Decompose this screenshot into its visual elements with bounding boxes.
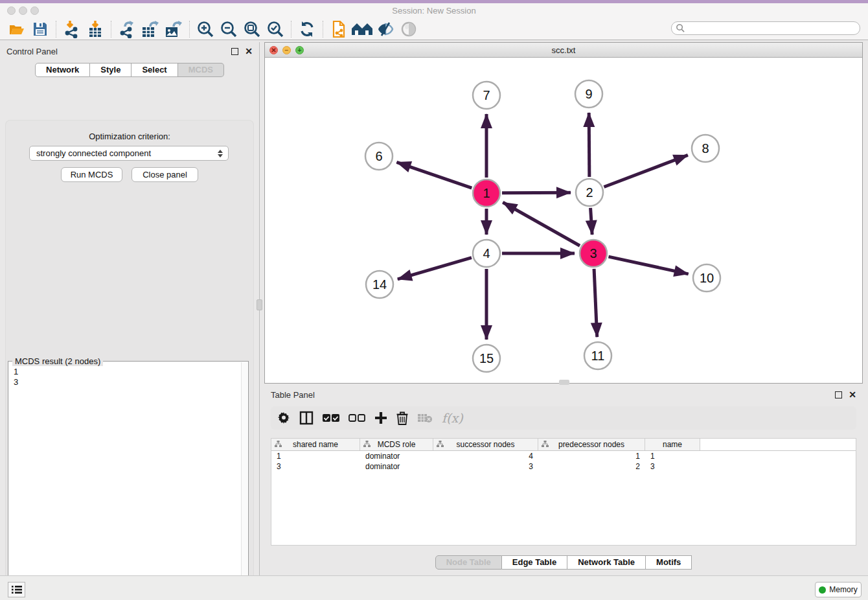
tab-node-table[interactable]: Node Table xyxy=(435,555,502,570)
import-table-button[interactable] xyxy=(84,19,107,39)
checked-boxes-icon xyxy=(323,413,339,422)
close-window-button[interactable] xyxy=(7,6,16,15)
zoom-selected-icon xyxy=(266,20,284,38)
tab-select[interactable]: Select xyxy=(131,63,177,77)
edge-2-9[interactable] xyxy=(589,113,589,177)
node-label-15: 15 xyxy=(479,351,494,365)
delete-table-button[interactable] xyxy=(417,413,433,423)
save-session-button[interactable] xyxy=(29,19,52,39)
add-row-button[interactable] xyxy=(374,411,387,424)
edge-2-8[interactable] xyxy=(604,155,687,187)
memory-status-icon xyxy=(819,586,826,594)
zoom-fit-button[interactable] xyxy=(240,19,264,39)
toolbar-separator xyxy=(323,21,323,38)
column-header-name[interactable]: name xyxy=(645,439,700,450)
node-table[interactable]: shared nameMCDS rolesuccessor nodesprede… xyxy=(271,438,856,546)
table-body: 1dominator4113dominator323 xyxy=(271,451,856,472)
node-label-8: 8 xyxy=(702,141,709,156)
tab-motifs[interactable]: Motifs xyxy=(646,555,692,570)
network-from-file-button[interactable] xyxy=(327,19,350,39)
zoom-out-button[interactable] xyxy=(217,19,240,39)
toolbar-separator xyxy=(56,21,56,38)
zoom-fit-icon xyxy=(243,20,261,38)
select-all-rows-button[interactable] xyxy=(323,413,339,422)
close-panel-button[interactable]: Close panel xyxy=(131,167,198,182)
hide-selection-button[interactable] xyxy=(374,19,397,39)
zoom-selected-button[interactable] xyxy=(264,19,287,39)
tab-network[interactable]: Network xyxy=(35,63,90,77)
column-label: name xyxy=(663,440,682,449)
task-history-button[interactable] xyxy=(8,582,25,597)
table-columns-button[interactable] xyxy=(299,411,314,425)
edge-1-6[interactable] xyxy=(396,162,472,188)
export-network-button[interactable] xyxy=(115,19,139,39)
table-row[interactable]: 3dominator323 xyxy=(271,461,856,472)
float-table-panel-icon[interactable] xyxy=(835,391,842,398)
column-label: shared name xyxy=(293,440,338,449)
minimize-window-button[interactable] xyxy=(19,6,27,15)
mcds-panel: Optimization criterion: strongly connect… xyxy=(5,120,254,600)
network-view-window: ✕ − + scc.txt 1234678910111415 xyxy=(264,42,863,384)
tab-style[interactable]: Style xyxy=(90,63,131,77)
network-window-titlebar[interactable]: ✕ − + scc.txt xyxy=(265,43,862,58)
result-scrollbar[interactable] xyxy=(241,362,247,600)
export-table-button[interactable] xyxy=(139,19,162,39)
function-builder-button[interactable]: f(x) xyxy=(442,411,463,425)
delete-row-button[interactable] xyxy=(396,411,408,425)
zoom-window-button[interactable] xyxy=(30,6,39,15)
apply-layout-button[interactable] xyxy=(295,19,319,39)
trash-icon xyxy=(396,411,408,425)
tab-edge-table[interactable]: Edge Table xyxy=(502,555,567,570)
table-cell: 3 xyxy=(271,461,360,472)
control-panel-tabs: NetworkStyleSelectMCDS xyxy=(0,63,259,77)
import-network-button[interactable] xyxy=(60,19,84,39)
unchecked-boxes-icon xyxy=(348,413,365,422)
network-graph-canvas[interactable]: 1234678910111415 xyxy=(265,58,862,383)
edge-3-10[interactable] xyxy=(608,257,688,274)
search-input[interactable] xyxy=(685,23,860,34)
open-session-button[interactable] xyxy=(5,19,29,39)
show-all-button[interactable] xyxy=(397,19,420,39)
export-image-icon xyxy=(165,20,183,38)
minimize-network-icon[interactable]: − xyxy=(282,46,291,54)
close-table-panel-icon[interactable]: ✕ xyxy=(849,391,856,398)
edge-2-3[interactable] xyxy=(591,208,593,235)
node-label-3: 3 xyxy=(589,246,597,260)
import-table-icon xyxy=(87,20,104,38)
table-settings-button[interactable] xyxy=(277,411,290,424)
column-header-predecessor-nodes[interactable]: predecessor nodes xyxy=(538,439,645,450)
column-label: predecessor nodes xyxy=(558,440,624,449)
import-network-icon xyxy=(63,20,80,38)
edge-1-2[interactable] xyxy=(502,192,571,193)
tab-network-table[interactable]: Network Table xyxy=(567,555,646,570)
float-panel-icon[interactable] xyxy=(231,48,238,55)
delete-table-icon xyxy=(417,413,433,423)
search-field[interactable] xyxy=(671,21,860,35)
column-header-successor-nodes[interactable]: successor nodes xyxy=(433,439,538,450)
panel-splitter-handle[interactable] xyxy=(257,299,262,310)
deselect-all-rows-button[interactable] xyxy=(348,413,365,422)
table-cell: 2 xyxy=(538,461,645,472)
edge-3-1[interactable] xyxy=(503,202,580,246)
result-item: 1 xyxy=(14,367,235,377)
window-title: Session: New Session xyxy=(0,3,868,18)
table-cell: 3 xyxy=(645,461,700,472)
network-splitter-handle[interactable] xyxy=(559,380,569,385)
export-image-button[interactable] xyxy=(162,19,185,39)
edge-3-11[interactable] xyxy=(594,269,597,337)
table-row[interactable]: 1dominator411 xyxy=(271,451,856,461)
criterion-dropdown[interactable]: strongly connected component xyxy=(29,146,229,161)
mcds-result-list[interactable]: 13 xyxy=(8,363,240,600)
tab-mcds[interactable]: MCDS xyxy=(178,63,224,77)
memory-button[interactable]: Memory xyxy=(815,582,862,597)
edge-4-14[interactable] xyxy=(398,258,472,279)
column-header-shared-name[interactable]: shared name xyxy=(271,439,360,450)
column-header-MCDS-role[interactable]: MCDS role xyxy=(360,439,433,450)
plus-icon xyxy=(374,411,387,424)
zoom-in-button[interactable] xyxy=(194,19,217,39)
run-mcds-button[interactable]: Run MCDS xyxy=(61,167,122,182)
maximize-network-icon[interactable]: + xyxy=(295,46,304,54)
close-network-icon[interactable]: ✕ xyxy=(269,46,278,54)
close-panel-icon[interactable]: ✕ xyxy=(245,48,253,55)
first-neighbors-button[interactable] xyxy=(350,19,374,39)
